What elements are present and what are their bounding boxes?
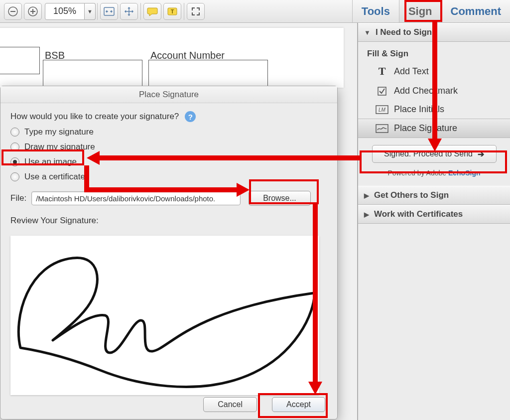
tab-comment[interactable]: Comment [441, 0, 510, 22]
tool-add-text[interactable]: T Add Text [358, 61, 510, 82]
sticky-note-button[interactable] [143, 3, 161, 20]
signature-icon [375, 124, 389, 133]
arrow-right-icon: ➔ [478, 149, 484, 159]
speech-bubble-icon [147, 6, 158, 16]
tool-label: Add Checkmark [394, 86, 458, 96]
radio-label: Draw my signature [24, 142, 95, 152]
dialog-question: How would you like to create your signat… [10, 112, 179, 122]
svg-text:T: T [171, 8, 174, 14]
tool-place-signature[interactable]: Place Signature [358, 119, 510, 138]
chevron-down-icon: ▼ [364, 29, 371, 36]
fit-width-button[interactable] [100, 3, 118, 20]
svg-text:LM: LM [379, 107, 386, 113]
expand-icon [191, 7, 200, 16]
section-need-to-sign[interactable]: ▼ I Need to Sign [358, 23, 510, 42]
tab-sign[interactable]: Sign [399, 0, 441, 22]
radio-icon [10, 128, 19, 137]
form-field-1[interactable] [0, 47, 40, 74]
signature-image [10, 236, 319, 395]
proceed-to-send-button[interactable]: Signed. Proceed to Send ➔ [372, 145, 497, 163]
fit-width-icon [104, 7, 115, 16]
text-icon: T [375, 65, 389, 78]
checkmark-icon [375, 86, 389, 96]
section-title: I Need to Sign [376, 27, 432, 37]
radio-draw-signature[interactable]: Draw my signature [10, 142, 327, 152]
radio-label: Type my signature [24, 127, 94, 137]
review-label: Review Your Signature: [10, 216, 327, 226]
dialog-title: Place Signature [0, 86, 337, 103]
radio-use-image[interactable]: Use an image [10, 157, 327, 167]
form-field-bsb[interactable] [43, 60, 142, 87]
button-label: Signed. Proceed to Send [384, 149, 473, 158]
radio-icon [10, 172, 19, 181]
tool-label: Place Initials [394, 104, 444, 115]
echosign-link[interactable]: EchoSign [448, 169, 481, 177]
tool-label: Add Text [394, 66, 429, 77]
tool-add-checkmark[interactable]: Add Checkmark [358, 82, 510, 100]
radio-type-signature[interactable]: Type my signature [10, 127, 327, 137]
top-toolbar: 105% ▼ T Tools Sign Comment [0, 0, 510, 23]
minus-icon [8, 6, 18, 16]
file-path-field[interactable]: /Macintosh HD/Users/daliborivkovic/Downl… [31, 191, 241, 205]
radio-use-certificate[interactable]: Use a certificate [10, 172, 327, 182]
tab-tools[interactable]: Tools [352, 0, 399, 22]
section-work-certificates[interactable]: ▶ Work with Certificates [358, 205, 510, 224]
radio-label: Use an image [24, 157, 77, 167]
accept-button[interactable]: Accept [272, 397, 325, 412]
highlight-button[interactable]: T [163, 3, 181, 20]
initials-icon: LM [375, 105, 389, 114]
form-field-account[interactable] [148, 60, 268, 87]
section-get-others[interactable]: ▶ Get Others to Sign [358, 186, 510, 205]
sign-panel: ▼ I Need to Sign Fill & Sign T Add Text … [358, 23, 510, 420]
file-label: File: [10, 193, 26, 203]
fullscreen-button[interactable] [187, 3, 205, 20]
zoom-level-field[interactable]: 105% [45, 3, 85, 20]
tool-label: Place Signature [394, 123, 457, 134]
powered-by: Powered by Adobe EchoSign [358, 166, 510, 186]
place-signature-dialog: Place Signature How would you like to cr… [0, 86, 338, 420]
fit-page-button[interactable] [120, 3, 138, 20]
signature-preview [10, 236, 319, 395]
browse-button[interactable]: Browse... [249, 191, 311, 206]
highlight-icon: T [167, 7, 178, 16]
section-title: Work with Certificates [374, 209, 463, 219]
document-page: BSB Account Number [0, 28, 344, 88]
cancel-button[interactable]: Cancel [203, 397, 257, 412]
zoom-out-button[interactable] [4, 3, 22, 20]
radio-icon [10, 157, 19, 166]
svg-rect-8 [378, 87, 386, 95]
radio-label: Use a certificate [24, 172, 85, 182]
chevron-down-icon: ▼ [87, 8, 93, 14]
help-icon[interactable]: ? [185, 111, 196, 122]
radio-icon [10, 142, 19, 151]
zoom-in-button[interactable] [24, 3, 42, 20]
tool-place-initials[interactable]: LM Place Initials [358, 100, 510, 119]
fit-page-icon [124, 6, 134, 16]
plus-icon [28, 6, 38, 16]
chevron-right-icon: ▶ [364, 192, 369, 199]
chevron-right-icon: ▶ [364, 211, 369, 218]
section-title: Get Others to Sign [374, 190, 449, 200]
zoom-dropdown-button[interactable]: ▼ [85, 3, 96, 20]
fill-sign-title: Fill & Sign [358, 42, 510, 61]
